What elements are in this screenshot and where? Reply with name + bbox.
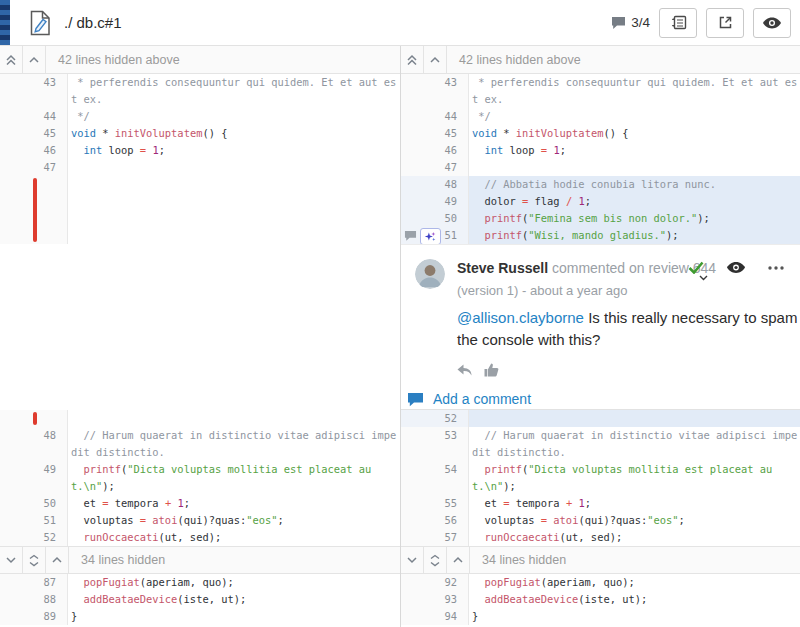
line-number-cell[interactable]: 43 <box>401 74 469 108</box>
reply-button[interactable] <box>457 364 472 377</box>
code-text: */ <box>68 108 400 125</box>
unfold-button[interactable] <box>424 547 447 573</box>
diff-viewer: ./ db.c#1 3/4 <box>0 0 800 627</box>
expand-below-button[interactable] <box>0 547 23 573</box>
comment-author[interactable]: Steve Russell <box>457 260 548 276</box>
thumbs-up-button[interactable] <box>484 363 499 377</box>
open-external-button[interactable] <box>706 8 744 38</box>
code-line: 44 */ <box>401 108 800 125</box>
code-line: 49 printf("Dicta voluptas mollitia est p… <box>0 461 400 495</box>
code-text: int loop = 1; <box>469 142 800 159</box>
chevron-up-icon <box>452 554 464 566</box>
line-number-cell[interactable]: 50 <box>0 495 68 512</box>
line-number-cell[interactable]: 49 <box>401 193 469 210</box>
code-line: 52 <box>401 410 800 427</box>
expand-above-button[interactable] <box>23 46 46 73</box>
line-number-cell[interactable]: 51 <box>0 512 68 529</box>
code-block-new-line52: 52 <box>401 410 800 427</box>
line-number-cell[interactable]: 48 <box>401 176 469 193</box>
line-number-cell[interactable]: 88 <box>0 591 68 608</box>
line-number-cell[interactable]: 54 <box>401 461 469 495</box>
code-text: int loop = 1; <box>68 142 400 159</box>
line-number-cell[interactable]: 51 <box>401 227 469 244</box>
chevron-down-icon <box>699 275 708 281</box>
expand-up-button[interactable] <box>447 547 470 573</box>
code-text: // Harum quaerat in distinctio vitae adi… <box>68 427 400 461</box>
more-options-button[interactable] <box>768 266 784 270</box>
code-line: 43 * perferendis consequuntur qui quidem… <box>0 74 400 108</box>
line-number-cell[interactable]: 45 <box>0 125 68 142</box>
line-number-cell[interactable]: 46 <box>0 142 68 159</box>
code-line: 52 runOccaecati(ut, sed); <box>0 529 400 546</box>
comment-eye-button[interactable] <box>727 262 745 273</box>
add-comment-label: Add a comment <box>433 391 531 407</box>
collapse-expand-diff-button[interactable] <box>659 8 697 38</box>
line-number-cell[interactable]: 93 <box>401 591 469 608</box>
hidden-lines-label: 42 lines hidden above <box>46 46 180 73</box>
line-number-cell[interactable]: 44 <box>0 108 68 125</box>
double-chevron-up-icon <box>5 54 17 66</box>
line-number-cell[interactable]: 56 <box>401 512 469 529</box>
line-number-cell[interactable]: 92 <box>401 574 469 591</box>
chevron-up-icon <box>51 554 63 566</box>
code-text: // Harum quaerat in distinctio vitae adi… <box>469 427 800 461</box>
line-number-cell[interactable]: 47 <box>0 159 68 176</box>
line-number-cell[interactable]: 46 <box>401 142 469 159</box>
reply-icon <box>457 364 472 377</box>
comment-meta: (version 1) - about a year ago <box>457 283 716 298</box>
hidden-lines-label: 34 lines hidden <box>69 547 165 573</box>
line-number-cell[interactable]: 48 <box>0 427 68 461</box>
line-number-cell[interactable]: 53 <box>401 427 469 461</box>
code-text: printf("Dicta voluptas mollitia est plac… <box>469 461 800 495</box>
code-text: * perferendis consequuntur qui quidem. E… <box>469 74 800 108</box>
code-line: 87 popFugiat(aperiam, quo); <box>0 574 400 591</box>
line-number-cell[interactable]: 43 <box>0 74 68 108</box>
code-line: 50 et = tempora + 1; <box>0 495 400 512</box>
expand-above-button[interactable] <box>424 46 447 73</box>
insertion-placeholder-2 <box>0 410 400 427</box>
mark-viewed-button[interactable] <box>753 8 791 38</box>
comment-count[interactable]: 3/4 <box>611 15 650 30</box>
chevron-up-icon <box>28 54 40 66</box>
line-number-cell[interactable]: 44 <box>401 108 469 125</box>
code-line: 56 voluptas = atoi(qui)?quas:"eos"; <box>401 512 800 529</box>
expand-all-above-button[interactable] <box>0 46 23 73</box>
chevron-up-icon <box>429 54 441 66</box>
line-number-cell[interactable]: 52 <box>0 529 68 546</box>
code-line: 45void * initVoluptatem() { <box>401 125 800 142</box>
line-number-cell[interactable]: 49 <box>0 461 68 495</box>
hidden-lines-label: 34 lines hidden <box>470 547 566 573</box>
code-text: popFugiat(aperiam, quo); <box>469 574 800 591</box>
line-number-cell[interactable]: 52 <box>401 410 469 427</box>
code-line: 92 popFugiat(aperiam, quo); <box>401 574 800 591</box>
line-number-cell[interactable]: 89 <box>0 608 68 625</box>
expand-below-button[interactable] <box>401 547 424 573</box>
resolve-check-button[interactable] <box>688 261 704 274</box>
code-text: popFugiat(aperiam, quo); <box>68 574 400 591</box>
code-text: voluptas = atoi(qui)?quas:"eos"; <box>469 512 800 529</box>
hidden-lines-label: 42 lines hidden above <box>447 46 581 73</box>
insertion-marker <box>33 412 37 425</box>
comment-count-icon <box>611 16 626 30</box>
expand-all-above-button[interactable] <box>401 46 424 73</box>
line-number-cell[interactable]: 94 <box>401 608 469 625</box>
line-number-cell[interactable]: 45 <box>401 125 469 142</box>
code-text: et = tempora + 1; <box>469 495 800 512</box>
code-text <box>469 410 800 427</box>
add-comment-button[interactable]: Add a comment <box>407 391 788 407</box>
unfold-button[interactable] <box>23 547 46 573</box>
line-number-cell[interactable]: 57 <box>401 529 469 546</box>
line-number-cell[interactable]: 47 <box>401 159 469 176</box>
hidden-lines-bar-bottom-right: 34 lines hidden <box>401 546 800 574</box>
line-number-cell[interactable]: 55 <box>401 495 469 512</box>
code-line: 53 // Harum quaerat in distinctio vitae … <box>401 427 800 461</box>
pane-old-revision: 42 lines hidden above 43 * perferendis c… <box>0 46 401 627</box>
code-line: 44 */ <box>0 108 400 125</box>
line-number-cell[interactable]: 50 <box>401 210 469 227</box>
code-text: addBeataeDevice(iste, ut); <box>469 591 800 608</box>
file-title: ./ db.c#1 <box>64 14 122 31</box>
expand-up-button[interactable] <box>46 547 69 573</box>
line-number-cell[interactable]: 87 <box>0 574 68 591</box>
mention-link[interactable]: @allison.clayborne <box>457 309 584 326</box>
code-text: et = tempora + 1; <box>68 495 400 512</box>
